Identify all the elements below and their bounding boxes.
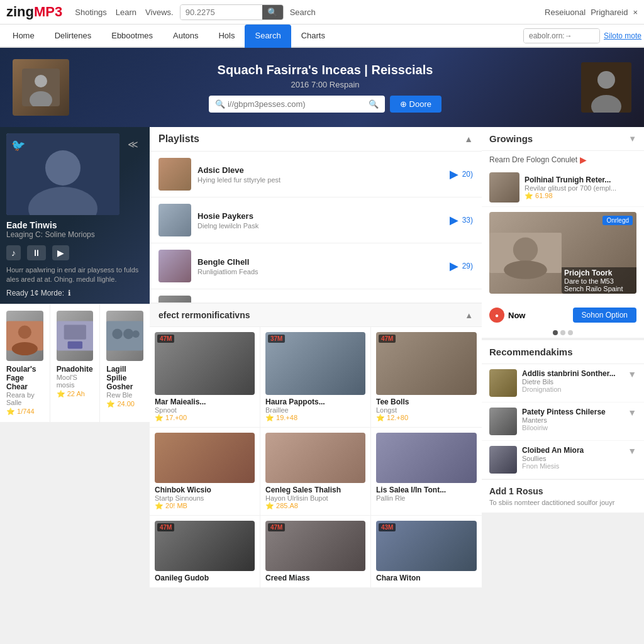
playlist-sub-0: Hying leled fur sttyryle pest bbox=[197, 176, 443, 184]
now-playing-name: Eade Tinwis bbox=[6, 220, 143, 230]
now-playing-ready: Ready 1¢ Morde: ℹ bbox=[6, 289, 143, 297]
reco-card-5[interactable]: Lis Salea I/In Tont... Pallin Rle bbox=[371, 428, 482, 516]
nav-siloto-link[interactable]: Siloto mote bbox=[604, 31, 641, 40]
radio-option-button[interactable]: Sohon Option bbox=[573, 308, 636, 323]
header-link-vivews[interactable]: Vivews. bbox=[145, 8, 174, 17]
playlist-play-icon-0[interactable]: ▶ bbox=[450, 167, 458, 181]
header-search-button[interactable]: 🔍 bbox=[262, 5, 283, 19]
reco-name-8: Chara Witon bbox=[376, 574, 477, 582]
growing-play-icon[interactable]: ▶ bbox=[580, 155, 587, 165]
reco-list-sub-1: Manters bbox=[522, 416, 623, 424]
logo[interactable]: zingMP3 bbox=[6, 4, 62, 20]
hero-center: Squach Fasirra's Inceas | Reisscials 201… bbox=[79, 63, 571, 113]
now-playing-play-button[interactable]: ▶ bbox=[52, 245, 69, 260]
header-links: Shotings Learn Vivews. bbox=[75, 8, 173, 17]
reco-card-3[interactable]: Chinbok Wicsio Startp Sinnouns ⭐ 20! MB bbox=[150, 428, 260, 516]
reco-list-chevron-0[interactable]: ▼ bbox=[628, 369, 636, 379]
growings-panel: Growings ▼ Rearn Dre Fologn Conulet ▶ Po… bbox=[482, 127, 644, 338]
share-icon[interactable]: ≪ bbox=[128, 138, 138, 150]
reco-card-7[interactable]: 47M Creed Miass bbox=[260, 516, 371, 588]
reco-origin-1: Braillee bbox=[265, 406, 365, 414]
now-playing-pause-button[interactable]: ⏸ bbox=[27, 245, 46, 260]
nav-hols[interactable]: Hols bbox=[208, 25, 245, 48]
card-stars-0: ⭐ 1/744 bbox=[6, 408, 43, 416]
carousel-dot-0[interactable] bbox=[553, 330, 558, 335]
growing-info-0: Polhinal Trunigh Reter... Revilar glitus… bbox=[525, 175, 636, 200]
header-search-form: 🔍 bbox=[180, 4, 284, 20]
reco-card-8[interactable]: 43M Chara Witon bbox=[371, 516, 482, 588]
reco-chevron-icon[interactable]: ▲ bbox=[465, 311, 473, 320]
nav-home[interactable]: Home bbox=[3, 25, 45, 48]
playlist-item-1[interactable]: Hosie Paykers Dielng lewilcln Pask ▶ 33) bbox=[150, 197, 482, 243]
card-image-1 bbox=[57, 311, 94, 361]
featured-big: Onrlegd Priojch Toork Dare to the M53 Se… bbox=[482, 207, 644, 303]
reco-card-0[interactable]: 47M Mar Maiealis... Spnoot ⭐ 17.+00 bbox=[150, 327, 260, 428]
playlist-play-icon-2[interactable]: ▶ bbox=[450, 259, 458, 273]
reco-list-item-0[interactable]: Addlis stanbrini Sonther... Dietre Bils … bbox=[482, 364, 644, 402]
reco-card-1[interactable]: 37M Haura Pappots... Braillee ⭐ 19.+48 bbox=[260, 327, 371, 428]
card-0: Roular's Fage Chear Reara by Salle ⭐ 1/7… bbox=[0, 304, 50, 422]
header-link-learn[interactable]: Learn bbox=[116, 8, 136, 17]
playlist-count-1: 33) bbox=[462, 216, 473, 225]
growings-chevron-icon[interactable]: ▼ bbox=[628, 134, 636, 143]
header-right: Reseiuonal Prighareid × bbox=[545, 8, 638, 17]
nav-delirtenes[interactable]: Delirtenes bbox=[45, 25, 102, 48]
now-playing-prev-button[interactable]: ♪ bbox=[6, 245, 21, 260]
now-playing-description: Hourr apalwring in end air playsess to f… bbox=[6, 265, 143, 285]
nav-charts[interactable]: Charts bbox=[291, 25, 335, 48]
now-playing-info-icon[interactable]: ℹ bbox=[68, 289, 71, 297]
playlist-thumb-3 bbox=[158, 296, 191, 303]
carousel-dot-2[interactable] bbox=[568, 330, 573, 335]
reco-card-4[interactable]: Cenleg Sales Thalish Hayon Ulrlisin Bupo… bbox=[260, 428, 371, 516]
carousel-dot-1[interactable] bbox=[560, 330, 565, 335]
reco-origin-0: Spnoot bbox=[155, 406, 255, 414]
header-close-icon[interactable]: × bbox=[633, 8, 638, 17]
reco-list-chevron-2[interactable]: ▼ bbox=[628, 446, 636, 456]
reco-card-2[interactable]: 47M Tee Bolls Longst ⭐ 12.+80 bbox=[371, 327, 482, 428]
reco-list-chevron-1[interactable]: ▼ bbox=[628, 408, 636, 418]
header-search-input[interactable] bbox=[180, 5, 262, 19]
reco-list-item-2[interactable]: Cloibed An Miora Soullies Fnon Miesis ▼ bbox=[482, 441, 644, 479]
playlist-info-2: Bengle Clhell Runligiatliom Feads bbox=[197, 257, 443, 275]
playlist-item-0[interactable]: Adsic Dleve Hying leled fur sttyryle pes… bbox=[150, 152, 482, 197]
playlist-sub-2: Runligiatliom Feads bbox=[197, 268, 443, 275]
now-playing-controls: ♪ ⏸ ▶ bbox=[6, 245, 143, 260]
recommendations-section: efect rermonificativns ▲ 47M Mar Maieali… bbox=[150, 304, 482, 588]
hero-search-input[interactable] bbox=[228, 99, 369, 109]
featured-caption: Priojch Toork Dare to the M53 Sench Rail… bbox=[562, 267, 636, 294]
reco-list-thumb-2 bbox=[489, 446, 517, 474]
nav-right-input[interactable] bbox=[524, 29, 599, 43]
playlist-item-3[interactable]: Suy Mosul Hann Faslicln Pack ▶ 32) bbox=[150, 289, 482, 303]
playlist-item-2[interactable]: Bengle Clhell Runligiatliom Feads ▶ 29) bbox=[150, 243, 482, 289]
nav-search[interactable]: Search bbox=[245, 25, 291, 48]
reco-list-item-1[interactable]: Patety Pintess Chilerse Manters Bilooiri… bbox=[482, 402, 644, 441]
reco-image-2: 47M bbox=[376, 332, 477, 395]
growing-item-0[interactable]: Polhinal Trunigh Reter... Revilar glitus… bbox=[482, 169, 644, 207]
featured-label: Onrlegd bbox=[602, 216, 633, 225]
reco-list-sub-0: Dietre Bils bbox=[522, 378, 623, 386]
reco-views-8: 43M bbox=[379, 523, 396, 531]
reco-list-name-2: Cloibed An Miora bbox=[522, 446, 623, 455]
header-search-label: Search bbox=[290, 8, 316, 17]
reco-list-sub2-1: Bilooiriw bbox=[522, 424, 623, 431]
playlist-count-0: 20) bbox=[462, 170, 473, 179]
recommendations-header: Recommendakims bbox=[482, 340, 644, 364]
logo-mp3: MP3 bbox=[34, 4, 62, 20]
reco-image-1: 37M bbox=[265, 332, 365, 395]
header-link-reseiuonal[interactable]: Reseiuonal bbox=[545, 8, 586, 17]
growing-rating-0: ⭐ 61.98 bbox=[525, 192, 636, 200]
reco-card-6[interactable]: 47M Oanileg Gudob bbox=[150, 516, 260, 588]
header-link-prighareid[interactable]: Prighareid bbox=[591, 8, 628, 17]
playlist-play-icon-1[interactable]: ▶ bbox=[450, 213, 458, 227]
nav-autons[interactable]: Autons bbox=[163, 25, 208, 48]
playlists-chevron-icon[interactable]: ▲ bbox=[464, 134, 473, 144]
nav-ebbootmes[interactable]: Ebbootmes bbox=[101, 25, 163, 48]
twitter-icon[interactable]: 🐦 bbox=[11, 138, 25, 152]
reco-header: efect rermonificativns ▲ bbox=[150, 304, 482, 327]
reco-name-0: Mar Maiealis... bbox=[155, 397, 255, 406]
header-link-shotings[interactable]: Shotings bbox=[75, 8, 107, 17]
hero-banner: Squach Fasirra's Inceas | Reisscials 201… bbox=[0, 48, 644, 127]
hero-search-wrapper: 🔍 🔍 bbox=[209, 96, 385, 113]
hero-search-button[interactable]: ⊕ Doore bbox=[390, 96, 441, 113]
hero-search-clear-icon[interactable]: 🔍 bbox=[369, 99, 379, 109]
